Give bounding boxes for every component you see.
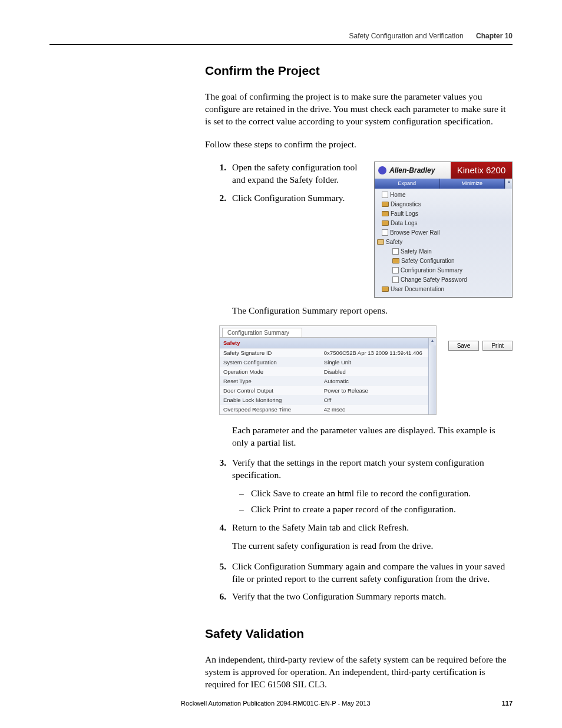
save-button[interactable]: Save xyxy=(448,341,480,351)
follow-steps-paragraph: Follow these steps to confirm the projec… xyxy=(205,139,513,151)
section-heading-validation: Safety Validation xyxy=(205,627,513,641)
doc-icon xyxy=(392,267,399,274)
tree-item-browse-power-rail[interactable]: Browse Power Rail xyxy=(375,228,512,238)
tree-item-safety-configuration[interactable]: Safety Configuration xyxy=(375,256,512,266)
doc-icon xyxy=(382,192,388,198)
config-category-header: Safety xyxy=(220,338,428,348)
footer-publication: Rockwell Automation Publication 2094-RM0… xyxy=(49,700,502,707)
dash-bullet: – xyxy=(239,486,251,500)
page-header: Safety Configuration and Verification Ch… xyxy=(349,32,513,40)
intro-paragraph: The goal of confirming the project is to… xyxy=(205,91,513,128)
table-row: Operation ModeDisabled xyxy=(220,367,428,377)
config-summary-tab[interactable]: Configuration Summary xyxy=(222,328,302,337)
step-text: Verify that the two Configuration Summar… xyxy=(232,591,513,603)
table-row: Door Control OutputPower to Release xyxy=(220,386,428,396)
doc-icon xyxy=(392,248,399,255)
tree-item-diagnostics[interactable]: Diagnostics xyxy=(375,200,512,209)
config-summary-panel: Configuration Summary Safety Safety Sign… xyxy=(219,325,437,415)
doc-icon xyxy=(392,276,399,283)
header-title: Safety Configuration and Verification xyxy=(349,32,464,40)
folder-icon xyxy=(382,211,389,216)
header-rule xyxy=(49,44,513,45)
table-row: System ConfigurationSingle Unit xyxy=(220,358,428,367)
tree-item-data-logs[interactable]: Data Logs xyxy=(375,219,512,228)
scrollbar[interactable]: ▴ xyxy=(428,338,436,414)
config-action-buttons: Save Print xyxy=(448,341,513,351)
section-heading-confirm: Confirm the Project xyxy=(205,64,513,78)
brand-text: Allen-Bradley xyxy=(389,166,435,174)
step-number: 3. xyxy=(205,457,232,482)
folder-icon xyxy=(382,220,389,226)
substep-save: – Click Save to create an html file to r… xyxy=(239,486,513,500)
nav-tree-screenshot: Allen-Bradley Kinetix 6200 Expand Minimi… xyxy=(374,162,513,298)
step-text: Return to the Safety Main tab and click … xyxy=(232,522,513,534)
print-button[interactable]: Print xyxy=(482,341,513,351)
folder-icon xyxy=(382,286,389,292)
table-row: Safety Signature ID0x7506C52B Apr 13 200… xyxy=(220,348,428,358)
header-chapter: Chapter 10 xyxy=(476,32,513,40)
tab-expand[interactable]: Expand xyxy=(375,179,440,189)
tree-item-safety[interactable]: Safety xyxy=(375,238,512,247)
nav-tree: Home Diagnostics Fault Logs Data Logs Br… xyxy=(375,189,512,297)
step-number: 2. xyxy=(205,192,232,205)
footer-page-number: 117 xyxy=(502,700,513,707)
tree-item-home[interactable]: Home xyxy=(375,190,512,200)
tree-item-fault-logs[interactable]: Fault Logs xyxy=(375,209,512,219)
brand-left: Allen-Bradley xyxy=(375,162,451,179)
step-6: 6. Verify that the two Configuration Sum… xyxy=(205,591,513,603)
folder-icon xyxy=(392,258,399,263)
product-badge: Kinetix 6200 xyxy=(451,162,512,179)
tree-item-safety-main[interactable]: Safety Main xyxy=(375,247,512,256)
step-1: 1. Open the safety configuration tool an… xyxy=(205,162,363,186)
dash-bullet: – xyxy=(239,502,251,516)
ab-logo-icon xyxy=(378,166,386,174)
tab-minimize[interactable]: Minimize xyxy=(440,179,505,189)
step-2: 2. Click Configuration Summary. xyxy=(205,192,363,205)
step-number: 6. xyxy=(205,591,232,603)
table-row: Overspeed Response Time42 msec xyxy=(220,405,428,414)
step-4-result: The current safety configuration is read… xyxy=(232,540,513,552)
validation-paragraph: An independent, third-party review of th… xyxy=(205,654,513,691)
doc-icon xyxy=(382,229,388,236)
report-opens-text: The Configuration Summary report opens. xyxy=(232,305,513,317)
folder-icon xyxy=(382,202,389,207)
step-text: Open the safety configuration tool and e… xyxy=(232,162,363,186)
table-row: Reset TypeAutomatic xyxy=(220,377,428,386)
page-footer: Rockwell Automation Publication 2094-RM0… xyxy=(49,700,513,707)
step-text: Click Configuration Summary again and co… xyxy=(232,561,513,585)
scroll-up-icon[interactable]: ▴ xyxy=(505,179,512,189)
step-number: 4. xyxy=(205,522,232,534)
nav-tab-bar: Expand Minimize ▴ xyxy=(375,179,512,189)
step-text: Click Configuration Summary. xyxy=(232,192,363,205)
scroll-up-icon[interactable]: ▴ xyxy=(429,338,436,345)
step-5: 5. Click Configuration Summary again and… xyxy=(205,561,513,585)
folder-open-icon xyxy=(377,239,384,245)
nav-brand-bar: Allen-Bradley Kinetix 6200 xyxy=(375,162,512,179)
partial-list-note: Each parameter and the parameter values … xyxy=(232,424,513,449)
tree-item-configuration-summary[interactable]: Configuration Summary xyxy=(375,266,512,275)
substep-print: – Click Print to create a paper record o… xyxy=(239,502,513,516)
substep-text: Click Save to create an html file to rec… xyxy=(251,486,471,500)
table-row: Enable Lock MonitoringOff xyxy=(220,396,428,405)
tree-item-user-documentation[interactable]: User Documentation xyxy=(375,285,512,294)
config-summary-table: Safety Safety Signature ID0x7506C52B Apr… xyxy=(220,338,428,414)
step-text: Verify that the settings in the report m… xyxy=(232,457,513,482)
step-3: 3. Verify that the settings in the repor… xyxy=(205,457,513,482)
step-number: 1. xyxy=(205,162,232,186)
step-number: 5. xyxy=(205,561,232,585)
config-summary-screenshot: Configuration Summary Safety Safety Sign… xyxy=(219,325,513,415)
substep-text: Click Print to create a paper record of … xyxy=(251,502,456,516)
tree-item-change-safety-password[interactable]: Change Safety Password xyxy=(375,275,512,285)
step-4: 4. Return to the Safety Main tab and cli… xyxy=(205,522,513,534)
